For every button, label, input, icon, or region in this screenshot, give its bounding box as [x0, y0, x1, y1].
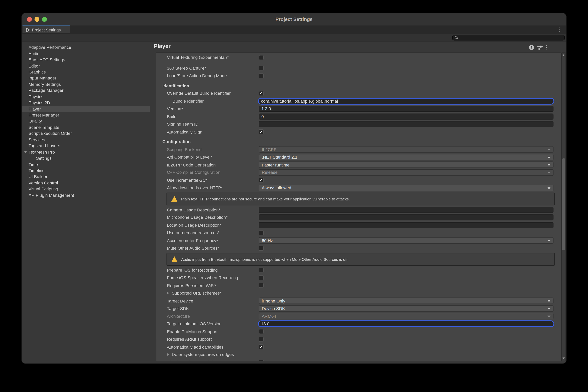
text-field-bundle-identifier[interactable]: com.hive.tutorial.ios.apple.global.norma…: [258, 98, 554, 104]
text-field-camera-usage-description[interactable]: [259, 207, 553, 213]
checkbox-load-store-action-debug-mode[interactable]: [259, 73, 264, 78]
checkbox-use-on-demand-resources[interactable]: [259, 230, 264, 235]
text-field-target-minimum-ios-version[interactable]: 13.0: [258, 320, 554, 327]
sidebar-item-xr-plugin-management[interactable]: XR Plugin Management: [22, 192, 150, 198]
chevron-down-icon: [547, 316, 550, 318]
text-field-signing-team-id[interactable]: [259, 121, 553, 127]
dropdown-allow-downloads-over-http[interactable]: Always allowed: [259, 184, 553, 191]
checkbox-use-incremental-gc[interactable]: ✔: [259, 178, 264, 182]
setting-row-microphone-usage-description: Microphone Usage Description*: [156, 214, 560, 221]
text-field-location-usage-description[interactable]: [259, 222, 553, 228]
sidebar-item-timeline[interactable]: Timeline: [22, 168, 150, 174]
text-field-version[interactable]: 1.2.0: [259, 106, 553, 112]
sidebar-item-time[interactable]: Time: [22, 161, 150, 168]
tab-project-settings[interactable]: Project Settings: [23, 26, 70, 33]
sidebar-item-label: Adaptive Performance: [29, 45, 71, 50]
settings-rows: Virtual Texturing (Experimental)*360 Ste…: [156, 53, 560, 361]
setting-row-il2cpp-code-generation: IL2CPP Code GenerationFaster runtime: [156, 161, 560, 168]
setting-label: Mute Other Audio Sources*: [167, 246, 259, 250]
sidebar-item-memory-settings[interactable]: Memory Settings: [22, 81, 150, 88]
vertical-scrollbar[interactable]: [561, 52, 566, 361]
sidebar-item-services[interactable]: Services: [22, 136, 150, 143]
checkbox-requires-arkit-support[interactable]: [259, 337, 264, 342]
dropdown-target-sdk[interactable]: Device SDK: [259, 306, 553, 312]
sidebar-item-player[interactable]: Player: [22, 106, 150, 112]
sidebar-item-settings[interactable]: Settings: [22, 155, 150, 161]
scroll-down-icon[interactable]: [562, 358, 565, 360]
sidebar-item-physics-2d[interactable]: Physics 2D: [22, 100, 150, 106]
checkmark-icon: ✔: [260, 345, 263, 349]
checkbox-override-default-bundle-identifier[interactable]: ✔: [259, 91, 264, 96]
sidebar-item-audio[interactable]: Audio: [22, 50, 150, 56]
dropdown-value: Device SDK: [262, 306, 285, 311]
dropdown-target-device[interactable]: iPhone Only: [259, 298, 553, 304]
sidebar-item-script-execution-order[interactable]: Script Execution Order: [22, 130, 150, 136]
checkbox-360-stereo-capture[interactable]: [259, 66, 264, 70]
checkbox-virtual-texturing-experimental[interactable]: [259, 55, 264, 60]
checkbox-force-ios-speakers-when-recording[interactable]: [259, 275, 264, 280]
dropdown-accelerometer-frequency[interactable]: 60 Hz: [259, 237, 553, 244]
sidebar-item-physics[interactable]: Physics: [22, 94, 150, 100]
sidebar-item-tags-and-layers[interactable]: Tags and Layers: [22, 143, 150, 149]
checkbox-prepare-ios-for-recording[interactable]: [259, 268, 264, 272]
checkbox-mute-other-audio-sources[interactable]: [259, 246, 264, 250]
sidebar-item-graphics[interactable]: Graphics: [22, 69, 150, 75]
sidebar-item-editor[interactable]: Editor: [22, 63, 150, 69]
sidebar-item-label: Graphics: [29, 70, 46, 74]
checkbox-requires-persistent-wifi[interactable]: [259, 283, 264, 288]
setting-row-camera-usage-description: Camera Usage Description*: [156, 206, 560, 214]
sidebar-item-preset-manager[interactable]: Preset Manager: [22, 112, 150, 118]
text-field-microphone-usage-description[interactable]: [259, 214, 553, 220]
sidebar-item-textmesh-pro[interactable]: TextMesh Pro: [22, 149, 150, 155]
setting-label: IL2CPP Code Generation: [167, 163, 259, 167]
sidebar-item-label: Burst AOT Settings: [29, 57, 65, 62]
field-value: 13.0: [261, 322, 269, 326]
zoom-button[interactable]: [42, 17, 47, 22]
warning-text: Audio input from Bluetooth microphones i…: [181, 257, 348, 262]
kebab-menu-icon[interactable]: [559, 28, 560, 32]
checkbox-automatically-add-capabilities[interactable]: ✔: [259, 344, 264, 349]
setting-row-build: Build0: [156, 113, 560, 120]
close-button[interactable]: [27, 17, 32, 22]
checkbox-automatically-sign[interactable]: ✔: [259, 130, 264, 134]
setting-row-virtual-texturing-experimental: Virtual Texturing (Experimental)*: [156, 54, 560, 61]
search-icon: [454, 36, 458, 40]
presets-icon[interactable]: [537, 45, 542, 50]
scroll-up-icon[interactable]: [562, 54, 565, 56]
section-label: Identification: [162, 84, 189, 88]
sidebar-item-scene-template[interactable]: Scene Template: [22, 124, 150, 130]
checkmark-icon: ✔: [260, 92, 263, 95]
search-input[interactable]: [452, 35, 565, 40]
setting-label: Automatically add capabilities: [167, 345, 259, 349]
checkbox-hide-home-button-on-iphone-x[interactable]: [259, 360, 264, 361]
sidebar-item-ui-builder[interactable]: UI Builder: [22, 174, 150, 180]
foldout-arrow-icon[interactable]: [167, 292, 169, 295]
field-value: 1.2.0: [261, 106, 271, 111]
setting-row-accelerometer-frequency: Accelerometer Frequency*60 Hz: [156, 237, 560, 244]
setting-row-c-compiler-configuration: C++ Compiler ConfigurationRelease: [156, 168, 560, 176]
sidebar-item-package-manager[interactable]: Package Manager: [22, 88, 150, 94]
dropdown-api-compatibility-level[interactable]: .NET Standard 2.1: [259, 154, 553, 160]
kebab-menu-icon[interactable]: [546, 45, 547, 50]
setting-label: Use incremental GC*: [167, 178, 259, 182]
foldout-arrow-icon[interactable]: [167, 353, 169, 356]
minimize-button[interactable]: [35, 17, 39, 22]
checkbox-enable-promotion-support[interactable]: [259, 329, 264, 334]
chevron-down-icon: [547, 300, 550, 302]
sidebar-item-adaptive-performance[interactable]: Adaptive Performance: [22, 44, 150, 50]
sidebar-item-visual-scripting[interactable]: Visual Scripting: [22, 186, 150, 192]
sidebar-item-version-control[interactable]: Version Control: [22, 180, 150, 186]
scrollbar-thumb[interactable]: [562, 158, 565, 250]
sidebar-item-quality[interactable]: Quality: [22, 118, 150, 124]
warning-icon: [171, 256, 177, 262]
sidebar-item-input-manager[interactable]: Input Manager: [22, 75, 150, 81]
sidebar-item-burst-aot-settings[interactable]: Burst AOT Settings: [22, 56, 150, 63]
help-icon[interactable]: ?: [529, 45, 534, 50]
dropdown-il2cpp-code-generation[interactable]: Faster runtime: [259, 162, 553, 168]
chevron-down-icon: [547, 308, 550, 310]
sidebar-item-label: Tags and Layers: [29, 144, 60, 148]
setting-row-supported-url-schemes: Supported URL schemes*: [156, 289, 560, 297]
text-field-build[interactable]: 0: [259, 114, 553, 120]
sidebar-item-label: Scene Template: [29, 125, 60, 130]
foldout-arrow-icon[interactable]: [24, 151, 27, 153]
